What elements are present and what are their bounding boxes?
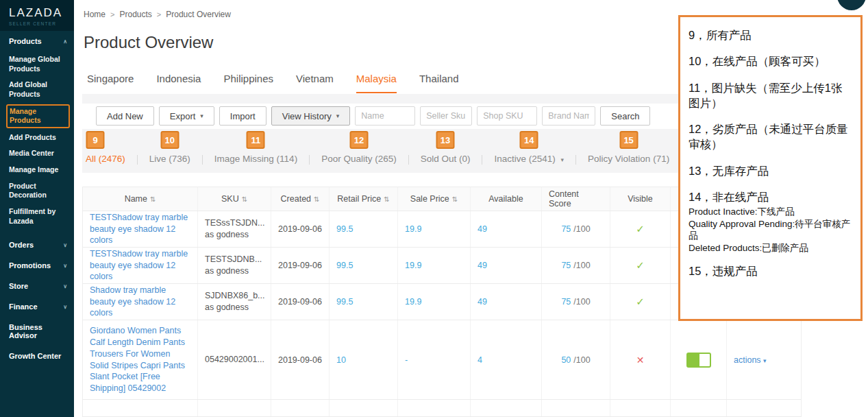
sidebar-item-product-decoration[interactable]: Product Decoration [0, 178, 74, 204]
sidebar-section-orders[interactable]: Orders ∨ [0, 235, 74, 255]
view-history-button[interactable]: View History ▾ [271, 106, 351, 126]
user-avatar[interactable] [837, 0, 866, 10]
column-header-content-score: Content Score [542, 187, 610, 211]
add-new-button[interactable]: Add New [96, 106, 154, 126]
actions-dropdown[interactable]: actions ▾ [734, 355, 795, 365]
annotation-subline: Deleted Products:已删除产品 [689, 242, 852, 254]
tab-singapore[interactable]: Singapore [87, 73, 134, 93]
brand-name: LAZADA [9, 6, 74, 20]
sku-cell: SJDNBX86_b... as godness [198, 284, 271, 320]
sidebar-section-label: Finance [9, 302, 38, 311]
product-name-link[interactable]: TESTShadow tray marble beauty eye shadow… [90, 248, 190, 283]
sidebar-section-label: Promotions [9, 261, 51, 270]
tab-malaysia[interactable]: Malaysia [356, 73, 397, 93]
available-cell: 49 [471, 248, 542, 283]
status-filter-tabs: 9 All (2476) 10 Live (736) 11 Image Miss… [86, 154, 681, 165]
seller-sku-filter-input[interactable] [420, 106, 472, 126]
filter-tab-label: Inactive (2541) [494, 154, 555, 164]
search-button[interactable]: Search [600, 106, 650, 126]
screen: LAZADA SELLER CENTER Products ∧ Manage G… [0, 0, 868, 417]
breadcrumb-home[interactable]: Home [84, 10, 106, 19]
breadcrumb-current: Product Overview [166, 10, 231, 19]
annotation-badge-13: 13 [436, 131, 455, 149]
export-button[interactable]: Export ▾ [159, 106, 214, 126]
column-header-visible: Visible [610, 187, 671, 211]
sort-icon[interactable]: ⇅ [452, 195, 458, 203]
annotation-badge-11: 11 [247, 131, 265, 149]
annotation-badge-10: 10 [160, 131, 179, 149]
sidebar-item-fulfillment-by-lazada[interactable]: Fulfillment by Lazada [0, 204, 74, 229]
table-row-partial [83, 400, 801, 417]
sidebar-section-label: Products [9, 37, 42, 45]
sidebar-section-finance[interactable]: Finance ∨ [0, 296, 74, 317]
sort-icon[interactable]: ⇅ [314, 195, 319, 203]
sidebar: LAZADA SELLER CENTER Products ∧ Manage G… [0, 0, 74, 417]
column-header-name[interactable]: Name ⇅ [83, 187, 198, 211]
sidebar-item-add-global-products[interactable]: Add Global Products [0, 77, 74, 102]
sidebar-section-label: Business Advisor [9, 323, 67, 339]
filter-tab-all[interactable]: 9 All (2476) [86, 154, 137, 164]
column-header-created[interactable]: Created ⇅ [271, 187, 330, 211]
tab-philippines[interactable]: Philippines [223, 73, 273, 93]
shop-sku-filter-input[interactable] [477, 106, 537, 126]
filter-tab-image-missing[interactable]: 11 Image Missing (114) [203, 154, 309, 164]
content-score-cell: 75/100 [542, 248, 610, 283]
sort-icon[interactable]: ⇅ [384, 195, 389, 203]
breadcrumb-separator: > [157, 10, 161, 19]
sort-icon[interactable]: ⇅ [242, 195, 247, 203]
breadcrumb-products[interactable]: Products [119, 10, 151, 19]
sidebar-item-business-advisor[interactable]: Business Advisor [0, 317, 74, 346]
active-toggle[interactable] [686, 353, 711, 368]
table-row: Giordano Women Pants Calf Length Denim P… [83, 320, 801, 400]
sidebar-section-store[interactable]: Store ∨ [0, 276, 74, 296]
product-name-link[interactable]: TESTShadow tray marble beauty eye shadow… [90, 212, 190, 247]
name-filter-input[interactable] [355, 106, 415, 126]
filter-tab-live[interactable]: 10 Live (736) [138, 154, 202, 164]
import-button[interactable]: Import [219, 106, 266, 126]
annotation-subline: Product Inactive:下线产品 [689, 206, 852, 218]
available-cell: 49 [471, 211, 542, 247]
cross-icon: ✕ [636, 355, 645, 366]
annotation-badge-9: 9 [86, 131, 105, 149]
sidebar-item-manage-global-products[interactable]: Manage Global Products [0, 51, 74, 77]
annotation-item-11: 11，图片缺失（需至少上传1张图片） [689, 80, 852, 111]
sidebar-section-label: Orders [9, 241, 34, 249]
filter-tab-label: Policy Violation (71) [588, 154, 669, 164]
product-name-link[interactable]: Giordano Women Pants Calf Length Denim P… [90, 325, 190, 394]
sku-cell: 05429002001... [198, 320, 271, 399]
visible-cell: ✓ [610, 284, 671, 320]
sidebar-item-manage-products[interactable]: Manage Products [6, 104, 70, 128]
filter-tab-sold-out[interactable]: 13 Sold Out (0) [409, 154, 482, 164]
product-name-link[interactable]: Shadow tray marble beauty eye shadow 12 … [90, 285, 190, 320]
annotation-item-10: 10，在线产品（顾客可买） [689, 53, 852, 69]
filter-tab-label: Image Missing (114) [214, 154, 297, 164]
column-header-sku[interactable]: SKU ⇅ [198, 187, 271, 211]
column-header-retail-price[interactable]: Retail Price ⇅ [330, 187, 398, 211]
sku-cell: TESTSJDNB... as godness [198, 248, 271, 283]
created-cell: 2019-09-06 [271, 284, 330, 320]
filter-tab-policy-violation[interactable]: 15 Policy Violation (71) [576, 154, 681, 164]
sidebar-section-label: Growth Center [9, 352, 61, 360]
sidebar-item-media-center[interactable]: Media Center [0, 145, 74, 162]
page-title: Product Overview [84, 33, 213, 52]
sidebar-item-manage-image[interactable]: Manage Image [0, 162, 74, 178]
breadcrumb: Home > Products > Product Overview [84, 10, 231, 19]
sidebar-section-products[interactable]: Products ∧ [0, 31, 74, 51]
annotation-item-15: 15，违规产品 [689, 263, 852, 278]
sidebar-item-growth-center[interactable]: Growth Center [0, 346, 74, 366]
brand-subtitle: SELLER CENTER [9, 21, 74, 26]
column-header-sale-price[interactable]: Sale Price ⇅ [398, 187, 471, 211]
sort-icon[interactable]: ⇅ [150, 195, 156, 203]
sidebar-section-promotions[interactable]: Promotions ∨ [0, 255, 74, 276]
sidebar-item-add-products[interactable]: Add Products [0, 130, 74, 146]
tab-vietnam[interactable]: Vietnam [296, 73, 334, 93]
tab-thailand[interactable]: Thailand [419, 73, 459, 93]
filter-tab-inactive[interactable]: 14 Inactive (2541) ▾ [482, 154, 575, 164]
check-icon: ✓ [636, 223, 645, 235]
caret-down-icon: ▾ [763, 357, 767, 364]
tab-indonesia[interactable]: Indonesia [156, 73, 201, 93]
filter-tab-label: Poor Quality (265) [321, 154, 397, 164]
filter-tab-poor-quality[interactable]: 12 Poor Quality (265) [310, 154, 408, 164]
brand-name-filter-input[interactable] [542, 106, 595, 126]
toggle-on-state [688, 354, 699, 366]
